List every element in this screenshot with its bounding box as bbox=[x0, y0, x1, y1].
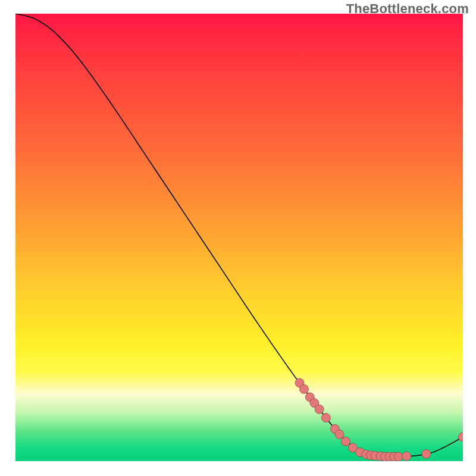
marker-group bbox=[295, 378, 463, 461]
gradient-plot-area bbox=[15, 14, 463, 461]
chart-overlay bbox=[15, 14, 463, 461]
data-point bbox=[305, 393, 314, 402]
data-point bbox=[381, 452, 390, 461]
data-point bbox=[394, 452, 403, 461]
data-point bbox=[321, 414, 330, 422]
data-point bbox=[390, 452, 399, 461]
data-point bbox=[341, 437, 350, 446]
data-point bbox=[367, 451, 375, 460]
data-point bbox=[458, 433, 463, 441]
data-point bbox=[422, 449, 431, 458]
data-point bbox=[371, 451, 380, 460]
data-point bbox=[356, 447, 365, 456]
watermark-text: TheBottleneck.com bbox=[346, 1, 469, 17]
data-point bbox=[300, 384, 309, 393]
data-point bbox=[335, 430, 344, 439]
bottleneck-curve bbox=[15, 14, 463, 457]
canvas: TheBottleneck.com bbox=[0, 0, 476, 476]
data-point bbox=[330, 424, 339, 433]
data-point bbox=[315, 405, 324, 414]
data-point bbox=[376, 452, 385, 461]
data-point bbox=[348, 443, 357, 452]
data-point bbox=[385, 452, 394, 461]
data-point bbox=[310, 399, 319, 408]
data-point bbox=[402, 452, 411, 461]
data-point bbox=[362, 450, 371, 459]
data-point bbox=[295, 378, 304, 387]
